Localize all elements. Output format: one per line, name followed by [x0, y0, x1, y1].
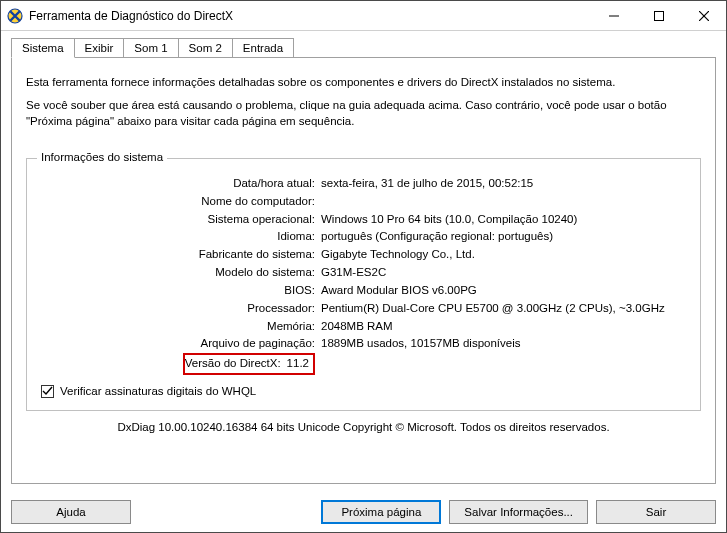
row-computer: Nome do computador:: [41, 193, 686, 211]
label-computer: Nome do computador:: [41, 193, 321, 211]
label-pagefile: Arquivo de paginação:: [41, 335, 321, 353]
label-memory: Memória:: [41, 318, 321, 336]
system-info-group: Informações do sistema Data/hora atual: …: [26, 158, 701, 411]
footer-text: DxDiag 10.00.10240.16384 64 bits Unicode…: [26, 421, 701, 433]
label-datetime: Data/hora atual:: [41, 175, 321, 193]
help-button[interactable]: Ajuda: [11, 500, 131, 524]
intro-text: Esta ferramenta fornece informações deta…: [26, 68, 701, 136]
content-area: Sistema Exibir Som 1 Som 2 Entrada Esta …: [1, 31, 726, 492]
titlebar: Ferramenta de Diagnóstico do DirectX: [1, 1, 726, 31]
close-button[interactable]: [681, 1, 726, 30]
group-legend: Informações do sistema: [37, 151, 167, 163]
value-os: Windows 10 Pro 64 bits (10.0, Compilação…: [321, 211, 686, 229]
row-os: Sistema operacional: Windows 10 Pro 64 b…: [41, 211, 686, 229]
whql-checkbox-row[interactable]: Verificar assinaturas digitais do WHQL: [41, 385, 686, 398]
window-title: Ferramenta de Diagnóstico do DirectX: [29, 9, 591, 23]
minimize-button[interactable]: [591, 1, 636, 30]
row-manufacturer: Fabricante do sistema: Gigabyte Technolo…: [41, 246, 686, 264]
label-directx: Versão do DirectX:: [185, 355, 287, 373]
window: Ferramenta de Diagnóstico do DirectX Sis…: [0, 0, 727, 533]
whql-checkbox-label: Verificar assinaturas digitais do WHQL: [60, 385, 256, 397]
minimize-icon: [609, 11, 619, 21]
label-model: Modelo do sistema:: [41, 264, 321, 282]
checkmark-icon: [42, 386, 53, 397]
save-info-button[interactable]: Salvar Informações...: [449, 500, 588, 524]
row-language: Idioma: português (Configuração regional…: [41, 228, 686, 246]
app-icon: [7, 8, 23, 24]
value-bios: Award Modular BIOS v6.00PG: [321, 282, 686, 300]
label-language: Idioma:: [41, 228, 321, 246]
row-directx: Versão do DirectX: 11.2: [41, 353, 686, 375]
row-bios: BIOS: Award Modular BIOS v6.00PG: [41, 282, 686, 300]
row-processor: Processador: Pentium(R) Dual-Core CPU E5…: [41, 300, 686, 318]
svg-rect-2: [654, 11, 663, 20]
maximize-button[interactable]: [636, 1, 681, 30]
svg-line-4: [699, 11, 709, 21]
tab-system[interactable]: Sistema: [11, 38, 75, 58]
value-processor: Pentium(R) Dual-Core CPU E5700 @ 3.00GHz…: [321, 300, 686, 318]
value-datetime: sexta-feira, 31 de julho de 2015, 00:52:…: [321, 175, 686, 193]
row-model: Modelo do sistema: G31M-ES2C: [41, 264, 686, 282]
close-icon: [699, 11, 709, 21]
tab-panel-system: Esta ferramenta fornece informações deta…: [11, 57, 716, 484]
label-bios: BIOS:: [41, 282, 321, 300]
tab-input[interactable]: Entrada: [232, 38, 294, 58]
svg-line-3: [699, 11, 709, 21]
intro-p1: Esta ferramenta fornece informações deta…: [26, 74, 701, 91]
exit-button[interactable]: Sair: [596, 500, 716, 524]
maximize-icon: [654, 11, 664, 21]
button-bar: Ajuda Próxima página Salvar Informações.…: [1, 492, 726, 532]
whql-checkbox[interactable]: [41, 385, 54, 398]
row-memory: Memória: 2048MB RAM: [41, 318, 686, 336]
window-controls: [591, 1, 726, 30]
intro-p2: Se você souber que área está causando o …: [26, 97, 701, 130]
value-pagefile: 1889MB usados, 10157MB disponíveis: [321, 335, 686, 353]
tab-sound2[interactable]: Som 2: [178, 38, 233, 58]
tab-sound1[interactable]: Som 1: [123, 38, 178, 58]
tab-strip: Sistema Exibir Som 1 Som 2 Entrada: [11, 37, 716, 57]
value-computer: [321, 193, 686, 211]
value-model: G31M-ES2C: [321, 264, 686, 282]
label-manufacturer: Fabricante do sistema:: [41, 246, 321, 264]
tab-display[interactable]: Exibir: [74, 38, 125, 58]
row-datetime: Data/hora atual: sexta-feira, 31 de julh…: [41, 175, 686, 193]
value-memory: 2048MB RAM: [321, 318, 686, 336]
label-processor: Processador:: [41, 300, 321, 318]
directx-highlight: Versão do DirectX: 11.2: [183, 353, 315, 375]
label-os: Sistema operacional:: [41, 211, 321, 229]
value-directx: 11.2: [287, 355, 309, 373]
value-manufacturer: Gigabyte Technology Co., Ltd.: [321, 246, 686, 264]
row-pagefile: Arquivo de paginação: 1889MB usados, 101…: [41, 335, 686, 353]
value-language: português (Configuração regional: portug…: [321, 228, 686, 246]
next-page-button[interactable]: Próxima página: [321, 500, 441, 524]
